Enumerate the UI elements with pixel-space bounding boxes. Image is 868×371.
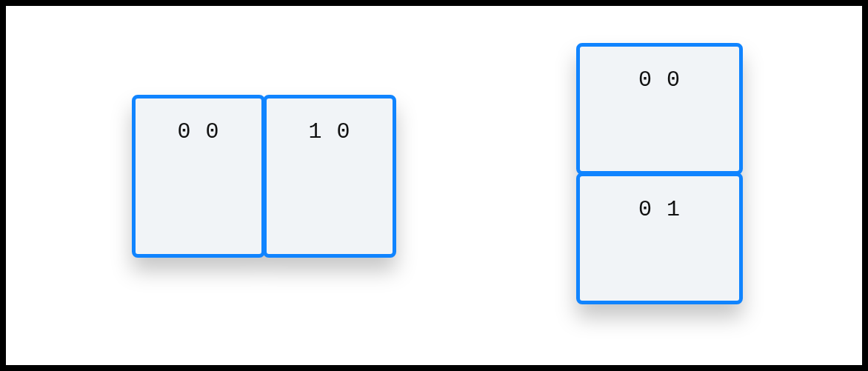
grid-cell-card: 1 0 [263,95,396,258]
card-group-horizontal: 0 0 1 0 [132,95,396,258]
diagram-canvas: 0 0 1 0 0 0 0 1 [6,6,862,365]
card-label: 0 1 [638,197,681,222]
card-label: 0 0 [177,119,219,144]
grid-cell-card: 0 0 [132,95,265,258]
card-label: 1 0 [308,119,350,144]
card-group-vertical: 0 0 0 1 [576,43,743,304]
grid-cell-card: 0 1 [576,173,743,304]
card-label: 0 0 [638,67,681,93]
grid-cell-card: 0 0 [576,43,743,175]
